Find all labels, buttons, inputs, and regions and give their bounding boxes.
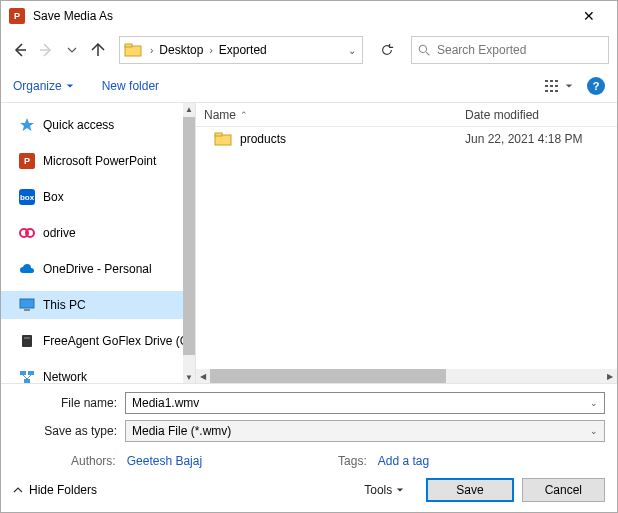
sidebar-item-this-pc[interactable]: This PC [1,291,183,319]
sort-caret-icon: ⌃ [240,110,248,120]
chevron-down-icon [565,82,573,90]
column-date[interactable]: Date modified [457,108,617,122]
svg-line-25 [23,375,27,379]
crumb-exported[interactable]: Exported [215,43,271,57]
nav-row: › Desktop › Exported ⌄ Search Exported [1,31,617,69]
help-button[interactable]: ? [587,77,605,95]
svg-point-5 [419,45,426,52]
arrow-right-icon [38,42,54,58]
scroll-left-icon[interactable]: ◀ [196,369,210,383]
folder-icon [124,41,142,59]
sidebar-item-onedrive[interactable]: OneDrive - Personal [1,255,183,283]
search-input[interactable]: Search Exported [411,36,609,64]
box-icon: box [19,189,35,205]
file-name: products [240,132,457,146]
new-folder-button[interactable]: New folder [102,79,159,93]
save-button[interactable]: Save [426,478,513,502]
chevron-down-icon [67,45,77,55]
chevron-down-icon [66,82,74,90]
sidebar: Quick access P Microsoft PowerPoint box … [1,103,196,383]
file-date: Jun 22, 2021 4:18 PM [457,132,617,146]
powerpoint-icon: P [19,153,35,169]
folder-icon [214,130,232,148]
crumb-desktop[interactable]: Desktop [155,43,207,57]
toolbar: Organize New folder ? [1,69,617,103]
powerpoint-icon: P [9,8,25,24]
bottom-panel: File name: Media1.wmv ⌄ Save as type: Me… [1,383,617,512]
recent-button[interactable] [61,39,83,61]
column-header: Name ⌃ Date modified [196,103,617,127]
sidebar-item-box[interactable]: box Box [1,183,183,211]
cancel-button[interactable]: Cancel [522,478,605,502]
sidebar-item-odrive[interactable]: odrive [1,219,183,247]
authors-value[interactable]: Geetesh Bajaj [127,454,202,468]
svg-rect-13 [545,90,548,92]
monitor-icon [19,297,35,313]
sidebar-item-quick-access[interactable]: Quick access [1,111,183,139]
forward-button[interactable] [35,39,57,61]
view-button[interactable] [545,79,573,93]
svg-rect-22 [20,371,26,375]
column-name[interactable]: Name ⌃ [196,108,457,122]
svg-rect-12 [555,85,558,87]
svg-rect-9 [555,80,558,82]
meta-row: Authors: Geetesh Bajaj Tags: Add a tag [13,448,605,478]
scroll-thumb[interactable] [183,117,195,355]
svg-rect-10 [545,85,548,87]
svg-rect-20 [22,335,32,347]
scroll-thumb[interactable] [210,369,446,383]
star-icon [19,117,35,133]
chevron-right-icon: › [207,45,214,56]
scroll-down-icon[interactable]: ▼ [183,371,195,383]
svg-rect-28 [215,133,222,136]
scroll-right-icon[interactable]: ▶ [603,369,617,383]
filename-input[interactable]: Media1.wmv ⌄ [125,392,605,414]
title-bar: P Save Media As ✕ [1,1,617,31]
chevron-down-icon[interactable]: ⌄ [590,398,598,408]
breadcrumb[interactable]: › Desktop › Exported ⌄ [119,36,363,64]
network-icon [19,369,35,383]
up-button[interactable] [87,39,109,61]
chevron-down-icon[interactable]: ⌄ [590,426,598,436]
sidebar-item-powerpoint[interactable]: P Microsoft PowerPoint [1,147,183,175]
svg-rect-19 [24,309,30,311]
svg-rect-11 [550,85,553,87]
search-placeholder: Search Exported [437,43,526,57]
back-button[interactable] [9,39,31,61]
close-button[interactable]: ✕ [569,8,609,24]
sidebar-scrollbar[interactable]: ▲ ▼ [183,103,195,383]
savetype-label: Save as type: [13,424,125,438]
window-title: Save Media As [33,9,569,23]
horizontal-scrollbar[interactable]: ◀ ▶ [196,369,617,383]
sidebar-item-drive[interactable]: FreeAgent GoFlex Drive (G [1,327,183,355]
scroll-up-icon[interactable]: ▲ [183,103,195,115]
tags-label: Tags: [338,454,367,468]
file-list[interactable]: products Jun 22, 2021 4:18 PM [196,127,617,369]
chevron-down-icon[interactable]: ⌄ [346,45,358,56]
svg-rect-23 [28,371,34,375]
file-row[interactable]: products Jun 22, 2021 4:18 PM [196,127,617,151]
main-area: Quick access P Microsoft PowerPoint box … [1,103,617,383]
svg-rect-4 [125,44,132,47]
chevron-down-icon [396,486,404,494]
svg-rect-21 [24,337,30,339]
chevron-right-icon: › [148,45,155,56]
sidebar-item-network[interactable]: Network [1,363,183,383]
tags-value[interactable]: Add a tag [378,454,429,468]
refresh-icon [380,43,394,57]
file-list-pane: Name ⌃ Date modified products Jun 22, 20… [196,103,617,383]
svg-rect-8 [550,80,553,82]
tools-button[interactable]: Tools [364,483,404,497]
organize-button[interactable]: Organize [13,79,74,93]
svg-rect-24 [24,379,30,383]
svg-rect-15 [555,90,558,92]
view-icon [545,79,563,93]
authors-label: Authors: [71,454,116,468]
savetype-select[interactable]: Media File (*.wmv) ⌄ [125,420,605,442]
hide-folders-button[interactable]: Hide Folders [13,483,97,497]
search-icon [418,44,431,57]
svg-rect-7 [545,80,548,82]
svg-line-26 [27,375,31,379]
refresh-button[interactable] [373,36,401,64]
button-row: Hide Folders Tools Save Cancel [13,478,605,502]
